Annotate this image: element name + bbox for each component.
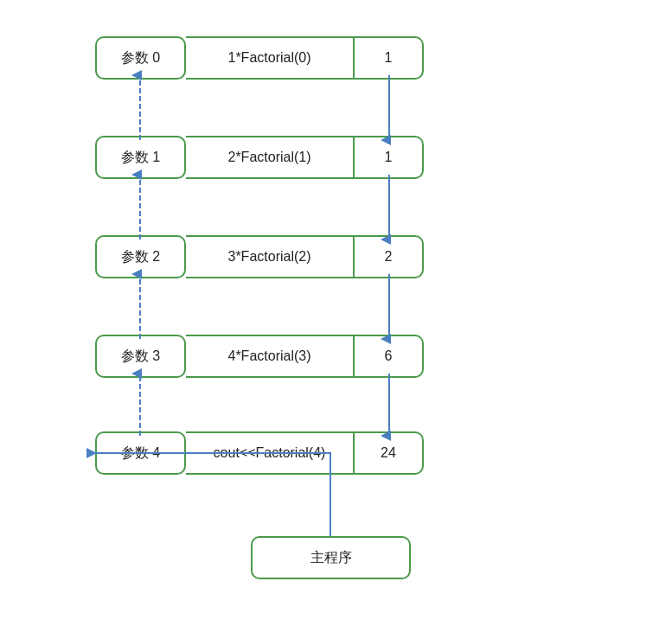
frame-row-1: 参数 12*Factorial(1)1 [95, 136, 424, 179]
arrows-svg [0, 0, 672, 626]
frame-row-4: 参数 4cout<<Factorial(4)24 [95, 431, 424, 475]
frame-row-3: 参数 34*Factorial(3)6 [95, 335, 424, 378]
param-cell-1: 参数 1 [95, 136, 186, 179]
val-cell-0: 1 [355, 36, 424, 80]
param-cell-4: 参数 4 [95, 431, 186, 475]
param-cell-0: 参数 0 [95, 36, 186, 80]
expr-cell-4: cout<<Factorial(4) [186, 431, 355, 475]
frame-row-2: 参数 23*Factorial(2)2 [95, 235, 424, 278]
expr-cell-3: 4*Factorial(3) [186, 335, 355, 378]
val-cell-4: 24 [355, 431, 424, 475]
param-cell-2: 参数 2 [95, 235, 186, 278]
expr-cell-2: 3*Factorial(2) [186, 235, 355, 278]
frame-row-0: 参数 01*Factorial(0)1 [95, 36, 424, 80]
expr-cell-0: 1*Factorial(0) [186, 36, 355, 80]
main-program-cell: 主程序 [251, 536, 411, 579]
param-cell-3: 参数 3 [95, 335, 186, 378]
val-cell-3: 6 [355, 335, 424, 378]
val-cell-2: 2 [355, 235, 424, 278]
expr-cell-1: 2*Factorial(1) [186, 136, 355, 179]
diagram: 参数 01*Factorial(0)1参数 12*Factorial(1)1参数… [0, 0, 672, 626]
val-cell-1: 1 [355, 136, 424, 179]
